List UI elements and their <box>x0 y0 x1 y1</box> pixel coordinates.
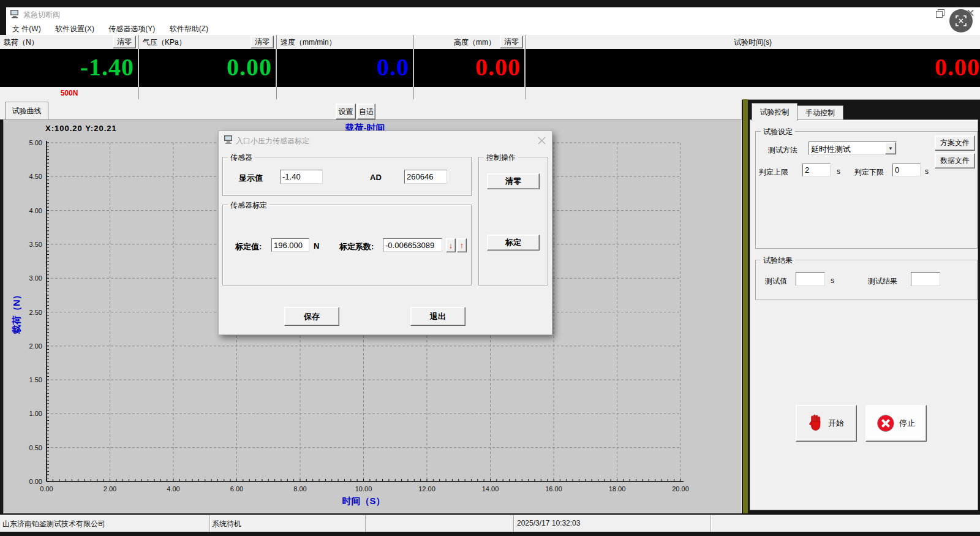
system-status: 系统待机 <box>212 519 241 529</box>
status-cell-empty-2 <box>710 515 980 532</box>
gauge-cell-speed: 0.0 <box>277 49 414 87</box>
coef-up-button[interactable]: ↑ <box>457 238 467 252</box>
window-frame-top <box>0 0 980 7</box>
upper-limit-input[interactable] <box>802 164 831 176</box>
svg-text:2.00: 2.00 <box>104 485 116 493</box>
method-label: 测试方法 <box>768 145 797 156</box>
gauge-header-time: 试验时间(s) <box>526 35 980 49</box>
test-value-input[interactable] <box>796 272 825 286</box>
title-bar: 紧急切断阀 <box>6 7 980 21</box>
svg-text:0.00: 0.00 <box>40 485 53 493</box>
test-value-label: 测试值 <box>765 276 787 287</box>
datetime: 2025/3/17 10:32:03 <box>517 519 580 527</box>
svg-text:3.50: 3.50 <box>29 241 42 248</box>
test-control-panel: 试验设定 测试方法 延时性测试 ▼ 方案文件 数据文件 判定上限 s 判定下限 … <box>750 119 978 510</box>
gauge-value-speed: 0.0 <box>377 54 409 81</box>
svg-text:0.00: 0.00 <box>29 478 42 485</box>
chevron-down-icon[interactable]: ▼ <box>885 142 896 154</box>
svg-text:载荷（N）: 载荷（N） <box>11 290 22 334</box>
start-button-label: 开始 <box>828 418 844 429</box>
calib-coef-input[interactable] <box>383 238 442 252</box>
gauge-header-load: 载荷（N） 清零 <box>0 35 139 49</box>
chart-cursor-readout: X:100.20 Y:20.21 <box>45 124 117 133</box>
gauge-sub-row: 500N <box>0 87 980 100</box>
lower-limit-input[interactable] <box>892 164 921 176</box>
dialog-title-bar[interactable]: 入口小压力传感器标定 <box>219 131 552 149</box>
zero-button[interactable]: 清零 <box>487 173 540 189</box>
svg-text:6.00: 6.00 <box>230 485 243 493</box>
tab-test-control[interactable]: 试验控制 <box>752 103 797 121</box>
status-cell-state: 系统待机 <box>209 515 366 532</box>
dialog-close-icon[interactable] <box>538 137 546 146</box>
gauge-label-load: 载荷（N） <box>4 37 39 48</box>
test-result-group: 试验结果 测试值 s 测试结果 <box>755 260 978 300</box>
tab-manual-control[interactable]: 手动控制 <box>797 105 843 120</box>
menu-item-sensor-options[interactable]: 传感器选项(Y) <box>102 21 161 34</box>
coef-down-button[interactable]: ↓ <box>446 238 456 252</box>
gauge-value-height: 0.00 <box>475 54 521 81</box>
stop-button[interactable]: 停止 <box>865 405 927 442</box>
ad-value-input[interactable] <box>404 170 447 184</box>
gauge-header-height: 高度（mm） 清零 <box>414 35 526 49</box>
method-dropdown[interactable]: 延时性测试 ▼ <box>809 142 897 155</box>
svg-text:0.50: 0.50 <box>29 444 42 451</box>
calibrate-button[interactable]: 标定 <box>487 235 540 251</box>
menu-bar: 文 件(W) 软件设置(X) 传感器选项(Y) 软件帮助(Z) <box>6 21 980 36</box>
window-title: 紧急切断阀 <box>23 10 60 20</box>
calib-coef-label: 标定系数: <box>339 241 374 252</box>
chart-settings-button[interactable]: 设置 <box>336 104 356 119</box>
data-file-button[interactable]: 数据文件 <box>935 153 975 168</box>
svg-text:12.00: 12.00 <box>418 485 435 493</box>
svg-text:4.00: 4.00 <box>29 207 42 214</box>
test-setting-group: 试验设定 测试方法 延时性测试 ▼ 方案文件 数据文件 判定上限 s 判定下限 … <box>755 131 978 249</box>
status-bar: 山东济南铂鉴测试技术有限公司 系统待机 2025/3/17 10:32:03 <box>0 515 980 532</box>
window-frame-bottom <box>0 531 980 536</box>
load-range-label: 500N <box>61 89 78 97</box>
clear-height-button[interactable]: 清零 <box>500 36 523 48</box>
exit-button[interactable]: 退出 <box>410 307 466 326</box>
gauge-cell-load: -1.40 <box>0 49 139 87</box>
clear-pressure-button[interactable]: 清零 <box>251 36 274 48</box>
save-button[interactable]: 保存 <box>284 307 339 326</box>
calib-value-label: 标定值: <box>235 241 262 252</box>
menu-item-software-settings[interactable]: 软件设置(X) <box>49 21 100 34</box>
gauge-value-load: -1.40 <box>80 54 134 81</box>
calib-unit-label: N <box>314 241 319 251</box>
test-result-label: 测试结果 <box>868 276 897 287</box>
curve-tab-row: 试验曲线 设置 自适 <box>0 99 742 119</box>
svg-text:1.50: 1.50 <box>29 376 42 383</box>
method-value: 延时性测试 <box>811 144 851 155</box>
menu-item-file[interactable]: 文 件(W) <box>6 21 47 34</box>
svg-text:3.00: 3.00 <box>29 274 42 282</box>
clear-load-button[interactable]: 清零 <box>113 36 136 48</box>
panel-separator <box>743 99 748 513</box>
test-result-input[interactable] <box>911 272 940 286</box>
start-button[interactable]: 开始 <box>796 405 857 442</box>
tab-test-curve[interactable]: 试验曲线 <box>5 102 48 120</box>
status-cell-empty <box>365 515 514 532</box>
hand-icon <box>809 414 823 433</box>
capture-badge-icon[interactable] <box>949 9 973 32</box>
gauge-cell-height: 0.00 <box>414 49 526 87</box>
gauge-value-time: 0.00 <box>935 54 980 81</box>
chart-autofit-button[interactable]: 自适 <box>357 104 375 119</box>
svg-text:时间（S）: 时间（S） <box>342 496 385 507</box>
menu-item-help[interactable]: 软件帮助(Z) <box>164 21 214 34</box>
display-value-input[interactable] <box>280 170 323 184</box>
gauge-cell-time: 0.00 <box>526 49 980 87</box>
upper-limit-unit: s <box>837 167 840 176</box>
control-operation-group: 控制操作 清零 标定 <box>478 157 548 285</box>
gauge-sub-4 <box>414 87 526 99</box>
calib-value-input[interactable] <box>271 238 309 252</box>
calibration-group: 传感器标定 标定值: N 标定系数: ↓ ↑ <box>222 205 472 285</box>
window-frame-left <box>0 7 6 35</box>
test-value-unit: s <box>831 276 834 285</box>
plan-file-button[interactable]: 方案文件 <box>935 135 975 151</box>
svg-text:20.00: 20.00 <box>672 485 689 493</box>
stop-icon <box>877 415 894 432</box>
status-cell-datetime: 2025/3/17 10:32:03 <box>513 515 711 532</box>
test-result-group-label: 试验结果 <box>761 255 795 266</box>
gauge-label-pressure: 气压（KPa） <box>143 37 186 48</box>
gauge-cell-pressure: 0.00 <box>139 49 277 87</box>
sensor-group: 传感器 显示值 AD <box>222 157 472 196</box>
